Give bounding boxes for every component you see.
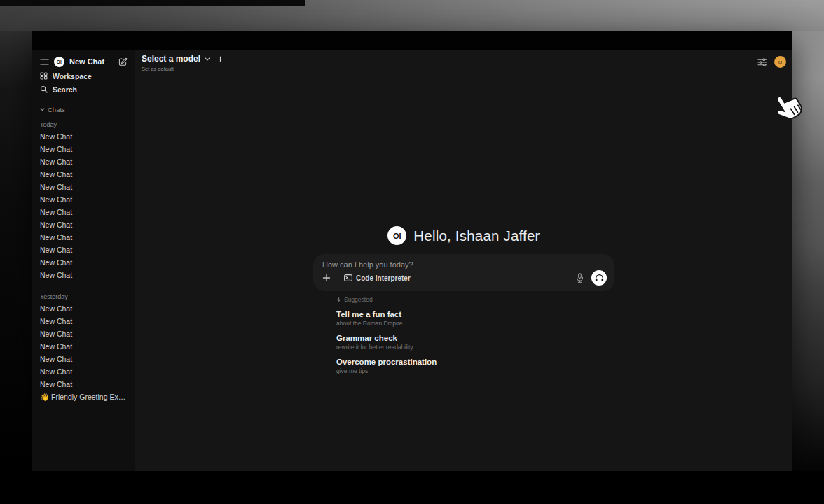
chat-list-item[interactable]: New Chat: [32, 315, 135, 328]
suggested-prompt-subtitle: about the Roman Empire: [336, 320, 614, 327]
wallpaper-left-strip: [0, 31, 32, 504]
bolt-icon: [336, 297, 341, 303]
chat-list-item[interactable]: New Chat: [32, 328, 135, 340]
suggested-divider: [381, 300, 593, 300]
chevron-down-icon: [40, 108, 45, 111]
chat-list-item[interactable]: New Chat: [32, 155, 135, 168]
suggested-prompt-subtitle: rewrite it for better readability: [336, 344, 614, 351]
model-selector-label: Select a model: [142, 54, 200, 64]
chat-list-item[interactable]: New Chat: [32, 256, 135, 269]
suggested-section: Suggested Tell me a fun fact about the R…: [313, 296, 614, 374]
main-panel: Select a model Set as default IJ: [135, 50, 792, 471]
message-composer[interactable]: How can I help you today? Code Interpret…: [313, 254, 614, 291]
voice-call-button[interactable]: [591, 270, 607, 286]
app-window: OI New Chat Workspace Search: [32, 31, 792, 471]
chat-list-item[interactable]: New Chat: [32, 143, 135, 155]
suggested-prompt-title: Overcome procrastination: [336, 358, 614, 366]
wallpaper-top-strip: [0, 0, 305, 6]
sidebar: OI New Chat Workspace Search: [32, 50, 135, 471]
sidebar-item-label: Search: [53, 85, 77, 94]
chat-list-item[interactable]: New Chat: [32, 302, 135, 315]
microphone-icon[interactable]: [576, 273, 584, 283]
chats-section-label: Chats: [48, 106, 65, 113]
chat-list-item[interactable]: New Chat: [32, 218, 135, 231]
chat-list-item[interactable]: New Chat: [32, 231, 135, 244]
chat-list-item[interactable]: New Chat: [32, 269, 135, 281]
sidebar-header: OI New Chat: [32, 54, 135, 69]
chat-list-item[interactable]: New Chat: [32, 130, 135, 143]
sidebar-title[interactable]: New Chat: [69, 57, 104, 66]
chat-list-item-named[interactable]: 👋 Friendly Greeting Exchange: [32, 391, 135, 403]
search-icon: [40, 85, 48, 93]
window-top-bar: [32, 31, 792, 50]
suggested-prompt-title: Tell me a fun fact: [336, 310, 614, 318]
suggested-prompt-subtitle: give me tips: [336, 368, 614, 374]
sidebar-item-search[interactable]: Search: [32, 83, 135, 96]
chat-list-item[interactable]: New Chat: [32, 206, 135, 218]
sidebar-item-label: Workspace: [53, 72, 92, 80]
code-interpreter-toggle[interactable]: Code Interpreter: [344, 274, 411, 282]
wallpaper-right-strip: [792, 31, 824, 504]
sidebar-item-workspace[interactable]: Workspace: [32, 69, 135, 83]
suggested-label: Suggested: [344, 296, 373, 303]
suggested-prompt-title: Grammar check: [336, 334, 614, 342]
message-input[interactable]: How can I help you today?: [322, 260, 607, 269]
model-selector[interactable]: Select a model: [142, 54, 224, 64]
hero-section: OI Hello, Ishaan Jaffer How can I help y…: [313, 226, 614, 382]
sliders-icon[interactable]: [757, 58, 767, 66]
chat-list-item[interactable]: New Chat: [32, 181, 135, 193]
chat-group-label-yesterday: Yesterday: [32, 292, 135, 302]
set-as-default-button[interactable]: Set as default: [142, 66, 224, 72]
terminal-icon: [344, 274, 352, 281]
user-avatar[interactable]: IJ: [774, 56, 786, 68]
suggested-prompt[interactable]: Overcome procrastination give me tips: [336, 358, 614, 374]
chat-group-label-today: Today: [32, 120, 135, 130]
code-interpreter-label: Code Interpreter: [356, 274, 411, 282]
attach-plus-icon[interactable]: [322, 274, 331, 282]
chat-list-today: New ChatNew ChatNew ChatNew ChatNew Chat…: [32, 130, 135, 281]
suggested-prompt[interactable]: Tell me a fun fact about the Roman Empir…: [336, 310, 614, 327]
chat-list-yesterday: New ChatNew ChatNew ChatNew ChatNew Chat…: [32, 302, 135, 391]
chat-list-item[interactable]: New Chat: [32, 244, 135, 256]
headphones-icon: [595, 274, 604, 282]
chat-list-item[interactable]: New Chat: [32, 365, 135, 378]
suggested-prompt[interactable]: Grammar check rewrite it for better read…: [336, 334, 614, 351]
grid-icon: [40, 72, 48, 80]
chevron-down-icon: [205, 57, 210, 61]
chat-list-item[interactable]: New Chat: [32, 353, 135, 365]
pencil-square-icon[interactable]: [118, 57, 128, 66]
plus-icon[interactable]: [217, 56, 224, 62]
chat-list-item[interactable]: New Chat: [32, 168, 135, 181]
app-logo-large: OI: [387, 226, 406, 245]
chat-list-item[interactable]: New Chat: [32, 193, 135, 206]
suggested-prompts-list: Tell me a fun fact about the Roman Empir…: [336, 310, 614, 374]
hamburger-icon[interactable]: [40, 58, 49, 66]
greeting-text: Hello, Ishaan Jaffer: [413, 227, 540, 244]
chat-list-item[interactable]: New Chat: [32, 340, 135, 353]
app-logo: OI: [54, 57, 64, 67]
wallpaper-bottom-band: [0, 471, 824, 504]
chat-list-item[interactable]: New Chat: [32, 378, 135, 391]
chats-section-toggle[interactable]: Chats: [32, 105, 135, 114]
